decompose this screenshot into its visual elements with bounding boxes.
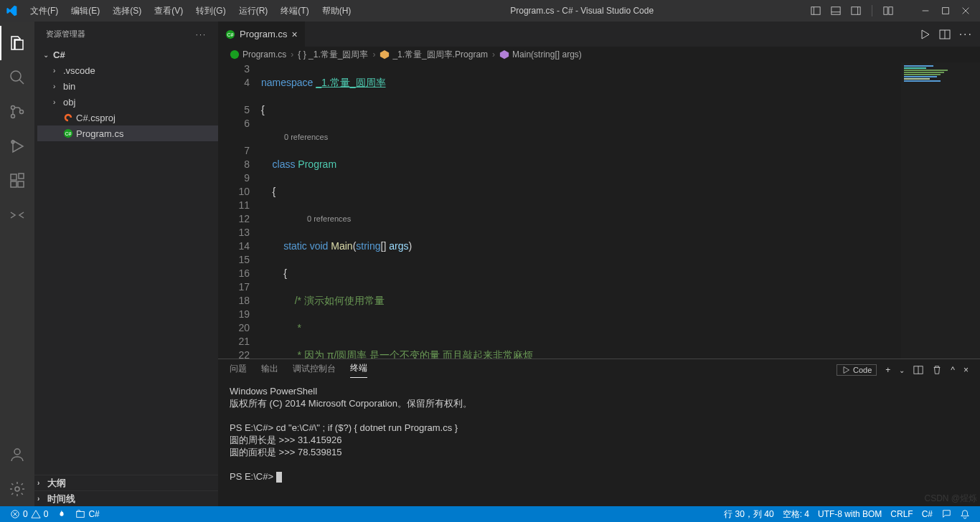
tab-problems[interactable]: 问题	[230, 363, 247, 378]
tab-output[interactable]: 输出	[261, 363, 278, 378]
svg-rect-2	[831, 7, 840, 15]
window-controls	[807, 2, 974, 19]
activity-scm-icon[interactable]	[0, 95, 34, 129]
section-outline[interactable]: ›大纲	[34, 475, 218, 490]
menu-run[interactable]: 运行(R)	[233, 2, 274, 20]
activity-search-icon[interactable]	[0, 60, 34, 95]
activity-remote-icon[interactable]	[0, 198, 34, 232]
editor-area: C# Program.cs × ··· Program.cs› { } _1.常…	[218, 22, 980, 506]
file-csproj[interactable]: C#.csproj	[37, 110, 218, 125]
breadcrumb[interactable]: Program.cs› { } _1.常量_圆周率› _1.常量_圆周率.Pro…	[218, 47, 980, 62]
close-icon[interactable]	[957, 2, 974, 19]
maximize-panel-icon[interactable]: ^	[951, 365, 955, 375]
tab-program-cs[interactable]: C# Program.cs ×	[218, 22, 306, 47]
svg-point-23	[15, 487, 19, 491]
svg-rect-9	[943, 8, 949, 14]
sb-language[interactable]: C#	[918, 506, 937, 522]
split-terminal-icon[interactable]	[913, 365, 923, 375]
sb-cursor-position[interactable]: 行 30，列 40	[720, 506, 778, 522]
layout-panel-icon[interactable]	[827, 2, 844, 19]
activity-explorer-icon[interactable]	[0, 26, 34, 60]
svg-point-15	[11, 115, 15, 118]
svg-point-14	[11, 106, 15, 110]
tab-close-icon[interactable]: ×	[291, 29, 297, 40]
bc-class[interactable]: _1.常量_圆周率.Program	[392, 49, 488, 61]
file-tree: ⌄C# ›.vscode ›bin ›obj C#.csproj C#Progr…	[34, 47, 218, 475]
sb-notifications-icon[interactable]	[956, 506, 974, 522]
editor-actions: ···	[912, 22, 980, 47]
split-editor-icon[interactable]	[939, 29, 951, 40]
svg-rect-20	[18, 181, 24, 187]
method-icon	[499, 49, 509, 60]
terminal-dropdown-icon[interactable]: ⌄	[899, 366, 905, 374]
tab-debug-console[interactable]: 调试控制台	[293, 363, 336, 378]
svg-point-22	[14, 449, 20, 455]
svg-rect-21	[19, 174, 24, 179]
menu-goto[interactable]: 转到(G)	[190, 2, 231, 20]
svg-rect-36	[77, 512, 85, 518]
svg-text:C#: C#	[227, 32, 234, 37]
code-editor[interactable]: 345678910111213141516171819202122 namesp…	[218, 62, 980, 359]
section-timeline[interactable]: ›时间线	[34, 490, 218, 506]
line-gutter: 345678910111213141516171819202122	[218, 62, 261, 359]
svg-line-13	[19, 80, 24, 84]
trash-icon[interactable]	[932, 365, 942, 375]
sb-project[interactable]: C#	[71, 506, 103, 522]
folder-vscode[interactable]: ›.vscode	[37, 62, 218, 78]
folder-root[interactable]: ⌄C#	[37, 47, 218, 62]
sb-indentation[interactable]: 空格: 4	[778, 506, 814, 522]
editor-tabs: C# Program.cs × ···	[218, 22, 980, 47]
titlebar: 文件(F) 编辑(E) 选择(S) 查看(V) 转到(G) 运行(R) 终端(T…	[0, 0, 980, 22]
sb-encoding[interactable]: UTF-8 with BOM	[814, 506, 886, 522]
terminal-content[interactable]: Windows PowerShell 版权所有 (C) 2014 Microso…	[218, 381, 980, 506]
minimap[interactable]	[901, 62, 980, 359]
explorer-title: 资源管理器	[46, 29, 85, 39]
svg-rect-4	[852, 7, 860, 15]
layout-primary-side-icon[interactable]	[807, 2, 824, 19]
svg-point-16	[20, 110, 24, 114]
code-content[interactable]: namespace _1.常量_圆周率 { 0 references class…	[261, 62, 980, 359]
maximize-icon[interactable]	[937, 2, 954, 19]
menu-terminal[interactable]: 终端(T)	[275, 2, 314, 20]
menu-view[interactable]: 查看(V)	[149, 2, 189, 20]
cs-file-icon: C#	[225, 29, 235, 39]
activity-extensions-icon[interactable]	[0, 163, 34, 198]
sb-feedback-icon[interactable]	[937, 506, 956, 522]
svg-rect-0	[811, 7, 820, 15]
menu-edit[interactable]: 编辑(E)	[65, 2, 105, 20]
terminal-profile[interactable]: Code	[837, 364, 877, 376]
layout-secondary-side-icon[interactable]	[847, 2, 864, 19]
bc-namespace[interactable]: { } _1.常量_圆周率	[298, 49, 368, 61]
menu-file[interactable]: 文件(F)	[24, 2, 64, 20]
sb-flame-icon[interactable]	[52, 506, 71, 522]
svg-rect-18	[11, 174, 17, 180]
activity-account-icon[interactable]	[0, 437, 34, 472]
sb-eol[interactable]: CRLF	[886, 506, 917, 522]
menu-help[interactable]: 帮助(H)	[316, 2, 357, 20]
folder-bin[interactable]: ›bin	[37, 78, 218, 94]
bc-file[interactable]: Program.cs	[242, 49, 286, 60]
menu-bar: 文件(F) 编辑(E) 选择(S) 查看(V) 转到(G) 运行(R) 终端(T…	[24, 2, 357, 20]
activity-settings-icon[interactable]	[0, 472, 34, 506]
layout-customize-icon[interactable]	[880, 2, 897, 19]
minimize-icon[interactable]	[917, 2, 934, 19]
editor-more-icon[interactable]: ···	[959, 28, 973, 41]
close-panel-icon[interactable]: ×	[963, 365, 969, 375]
sb-errors[interactable]: 00	[6, 506, 52, 522]
tab-terminal[interactable]: 终端	[350, 362, 367, 378]
svg-text:C#: C#	[65, 131, 72, 136]
file-program-cs[interactable]: C#Program.cs	[37, 125, 218, 141]
menu-selection[interactable]: 选择(S)	[107, 2, 147, 20]
panel-tabs: 问题 输出 调试控制台 终端 Code + ⌄ ^ ×	[218, 359, 980, 381]
svg-rect-19	[11, 181, 17, 187]
run-icon[interactable]	[919, 29, 930, 40]
explorer-more-icon[interactable]: ···	[196, 30, 207, 39]
window-title: Program.cs - C# - Visual Studio Code	[357, 6, 807, 16]
vscode-logo-icon	[6, 5, 17, 16]
watermark: CSDN @煋烁	[924, 493, 977, 505]
folder-obj[interactable]: ›obj	[37, 94, 218, 110]
new-terminal-icon[interactable]: +	[885, 365, 890, 375]
svg-point-12	[11, 71, 21, 81]
bc-method[interactable]: Main(string[] args)	[512, 49, 582, 60]
activity-debug-icon[interactable]	[0, 129, 34, 163]
